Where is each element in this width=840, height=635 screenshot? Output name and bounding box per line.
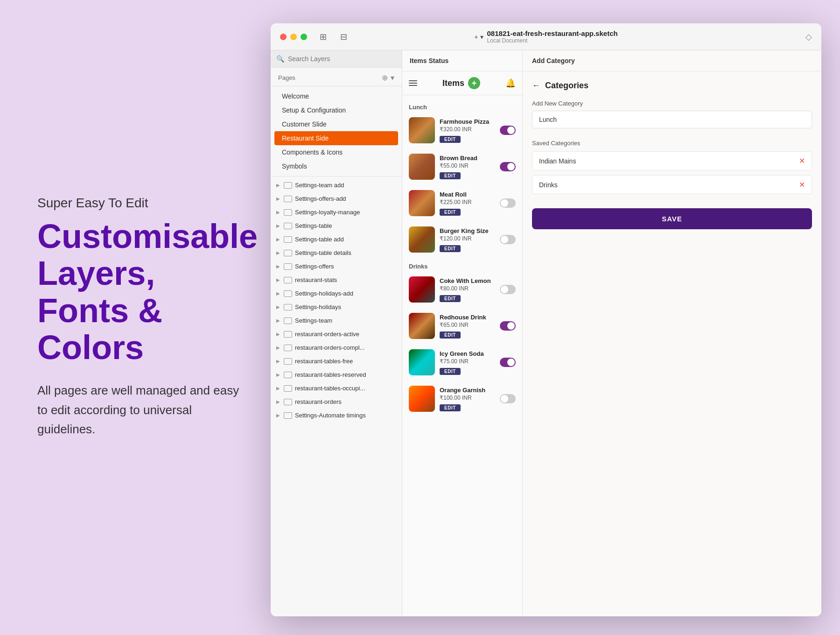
grid-icon[interactable]: ⊟	[337, 32, 350, 42]
item-toggle[interactable]	[500, 358, 516, 367]
categories-panel: Add Category ← Categories Add New Catego…	[523, 50, 821, 616]
plus-icon[interactable]: +	[474, 33, 478, 41]
delete-category-button[interactable]: ✕	[799, 156, 805, 165]
layer-screen-icon	[284, 372, 292, 378]
edit-button[interactable]: EDIT	[440, 209, 461, 216]
categories-panel-header: Add Category	[523, 50, 821, 71]
add-category-label: Add New Category	[532, 100, 812, 107]
pages-dropdown-icon[interactable]: ▾	[391, 73, 394, 82]
page-item[interactable]: Setup & Configuration	[271, 103, 402, 117]
food-category-label: Drinks	[402, 259, 522, 273]
notification-bell-icon[interactable]: 🔔	[505, 78, 516, 88]
edit-button[interactable]: EDIT	[440, 136, 461, 143]
food-info: Farmhouse Pizza ₹320.00 INR EDIT	[440, 118, 495, 143]
layer-expand-icon: ▶	[276, 210, 281, 215]
page-item[interactable]: Restaurant Side	[274, 131, 398, 145]
item-toggle[interactable]	[500, 285, 516, 294]
layer-screen-icon	[284, 223, 292, 229]
nav-controls[interactable]: + ▾	[474, 33, 483, 41]
traffic-lights	[280, 34, 307, 40]
pages-controls: ⊕ ▾	[382, 73, 394, 82]
item-toggle[interactable]	[500, 198, 516, 208]
layer-item[interactable]: ▶ Settings-loyalty-manage	[271, 205, 402, 219]
add-page-icon[interactable]: ⊕	[382, 73, 388, 82]
layer-screen-icon	[284, 290, 292, 297]
layer-item[interactable]: ▶ Settings-holidays-add	[271, 287, 402, 300]
layer-item[interactable]: ▶ Settings-offers-add	[271, 192, 402, 205]
page-item[interactable]: Symbols	[271, 159, 402, 173]
food-item: Meat Roll ₹225.00 INR EDIT	[402, 186, 522, 220]
edit-button[interactable]: EDIT	[440, 332, 461, 339]
layer-item[interactable]: ▶ restaurant-orders-active	[271, 327, 402, 341]
panel-icon[interactable]: ⊞	[316, 32, 329, 42]
categories-back-row: ← Categories	[532, 81, 812, 91]
category-input[interactable]	[532, 111, 812, 128]
food-info: Brown Bread ₹55.00 INR EDIT	[440, 155, 495, 179]
layer-item[interactable]: ▶ Settings-table details	[271, 246, 402, 260]
layer-name: restaurant-orders-active	[295, 331, 359, 338]
layer-screen-icon	[284, 358, 292, 365]
edit-button[interactable]: EDIT	[440, 172, 461, 179]
maximize-button[interactable]	[301, 34, 307, 40]
edit-button[interactable]: EDIT	[440, 404, 461, 411]
item-toggle[interactable]	[500, 126, 516, 135]
page-item[interactable]: Welcome	[271, 89, 402, 103]
minimize-button[interactable]	[290, 34, 297, 40]
layer-item[interactable]: ▶ restaurant-tables-reserved	[271, 368, 402, 381]
hamburger-icon[interactable]	[409, 80, 417, 86]
layer-name: restaurant-tables-free	[295, 358, 353, 365]
layer-item[interactable]: ▶ restaurant-stats	[271, 273, 402, 287]
add-category-section: Add New Category	[532, 100, 812, 128]
food-info: Orange Garnish ₹100.00 INR EDIT	[440, 387, 495, 411]
layer-item[interactable]: ▶ Settings-Automate timings	[271, 409, 402, 422]
food-item: Redhouse Drink ₹65.00 INR EDIT	[402, 309, 522, 343]
page-item[interactable]: Customer Slide	[271, 117, 402, 131]
layer-item[interactable]: ▶ Settings-team add	[271, 178, 402, 192]
app-window: ⊞ ⊟ + ▾ 081821-eat-fresh-restaurant-app.…	[271, 23, 821, 616]
layer-item[interactable]: ▶ restaurant-orders	[271, 395, 402, 409]
close-button[interactable]	[280, 34, 287, 40]
food-name: Icy Green Soda	[440, 350, 495, 357]
layer-name: Settings-Automate timings	[295, 412, 366, 419]
layer-name: Settings-loyalty-manage	[295, 209, 360, 216]
layer-expand-icon: ▶	[276, 237, 281, 242]
layer-item[interactable]: ▶ Settings-holidays	[271, 300, 402, 314]
layer-item[interactable]: ▶ Settings-table add	[271, 233, 402, 246]
food-price: ₹75.00 INR	[440, 358, 495, 365]
layer-item[interactable]: ▶ restaurant-tables-free	[271, 354, 402, 368]
add-item-button[interactable]: +	[468, 77, 480, 89]
layer-item[interactable]: ▶ restaurant-tables-occupi...	[271, 381, 402, 395]
page-item[interactable]: Components & Icons	[271, 145, 402, 159]
save-button[interactable]: SAVE	[532, 208, 812, 229]
layer-name: Settings-offers-add	[295, 195, 346, 202]
layer-item[interactable]: ▶ Settings-table	[271, 219, 402, 233]
food-image	[409, 349, 435, 375]
layer-screen-icon	[284, 236, 292, 243]
layer-item[interactable]: ▶ Settings-offers	[271, 260, 402, 273]
delete-category-button[interactable]: ✕	[799, 180, 805, 189]
food-image	[409, 386, 435, 412]
item-toggle[interactable]	[500, 235, 516, 244]
saved-categories-label: Saved Categories	[532, 140, 812, 147]
layer-item[interactable]: ▶ Settings-team	[271, 314, 402, 327]
food-item: Farmhouse Pizza ₹320.00 INR EDIT	[402, 113, 522, 147]
edit-button[interactable]: EDIT	[440, 245, 461, 252]
promo-area: Super Easy To Edit Customisable Layers, …	[0, 0, 289, 635]
edit-button[interactable]: EDIT	[440, 295, 461, 302]
item-toggle[interactable]	[500, 321, 516, 331]
back-arrow-icon[interactable]: ←	[532, 81, 540, 91]
food-price: ₹65.00 INR	[440, 322, 495, 328]
food-name: Coke With Lemon	[440, 277, 495, 284]
food-name: Redhouse Drink	[440, 314, 495, 321]
item-toggle[interactable]	[500, 394, 516, 403]
edit-button[interactable]: EDIT	[440, 368, 461, 375]
search-icon: 🔍	[276, 55, 284, 63]
search-input[interactable]	[288, 55, 396, 63]
share-icon[interactable]: ◇	[805, 32, 812, 42]
categories-title: Categories	[545, 81, 588, 91]
layer-item[interactable]: ▶ restaurant-orders-compl...	[271, 341, 402, 354]
layer-name: restaurant-tables-reserved	[295, 371, 366, 378]
nav-arrow[interactable]: ▾	[480, 33, 483, 41]
item-toggle[interactable]	[500, 162, 516, 171]
document-type: Local Document	[487, 37, 618, 44]
